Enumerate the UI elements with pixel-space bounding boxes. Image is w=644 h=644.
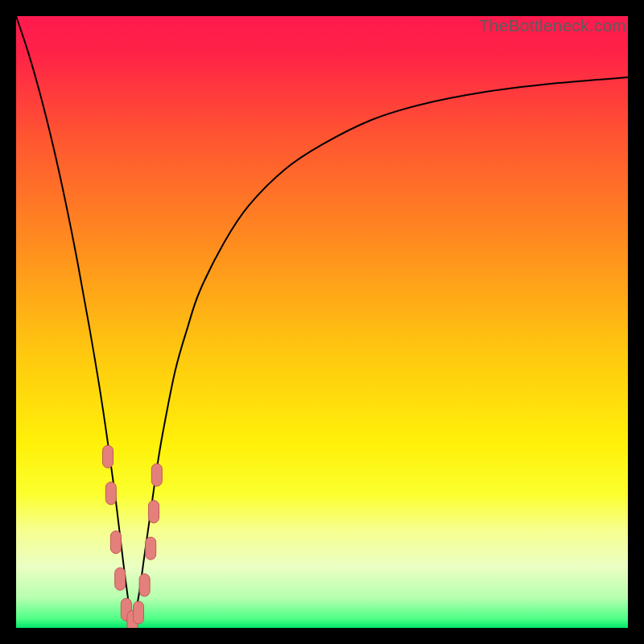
plot-area xyxy=(16,16,628,628)
curve-marker xyxy=(110,531,121,554)
plot-svg xyxy=(16,16,628,628)
chart-frame: TheBottleneck.com xyxy=(0,0,644,644)
curve-marker xyxy=(115,568,126,590)
curve-marker xyxy=(149,501,159,523)
curve-marker xyxy=(105,482,116,505)
curve-marker xyxy=(103,445,114,468)
curve-marker xyxy=(151,464,162,486)
watermark-text: TheBottleneck.com xyxy=(479,16,626,35)
curve-marker xyxy=(139,574,150,597)
curve-marker xyxy=(146,537,156,559)
bottleneck-curve xyxy=(16,16,628,622)
curve-marker xyxy=(134,601,144,624)
